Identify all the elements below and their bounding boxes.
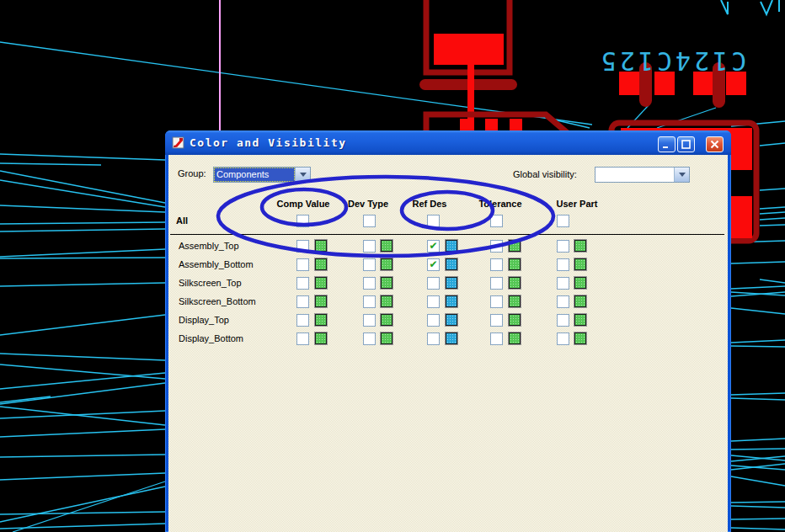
color-swatch-assembly-bottom-comp-value[interactable] [315,258,327,270]
color-swatch-display-bottom-user-part[interactable] [574,332,586,344]
minimize-button[interactable] [658,136,676,152]
group-combobox[interactable]: Components [213,167,311,183]
color-swatch-silkscreen-top-user-part[interactable] [574,277,586,289]
close-button[interactable] [706,136,724,152]
pcb-pad [485,119,498,130]
column-header-tolerance: Tolerance [478,199,521,209]
global-visibility-label: Global visibility: [513,169,577,179]
row-label-silkscreen-top: Silkscreen_Top [179,278,242,288]
visibility-checkbox-assembly-bottom-ref-des[interactable]: ✔ [427,258,440,271]
row-label-display-top: Display_Top [179,315,229,325]
group-label: Group: [178,168,206,178]
row-label-display-bottom: Display_Bottom [179,333,243,343]
color-swatch-assembly-top-ref-des[interactable] [446,240,457,252]
color-swatch-silkscreen-top-tolerance[interactable] [509,277,521,289]
visibility-checkbox-display-bottom-dev-type[interactable] [363,332,376,345]
color-swatch-assembly-bottom-ref-des[interactable] [446,258,457,270]
visibility-checkbox-display-bottom-tolerance[interactable] [490,332,503,345]
visibility-checkbox-display-top-ref-des[interactable] [427,314,440,327]
color-swatch-assembly-top-dev-type[interactable] [381,240,392,252]
group-combobox-value: Components [214,168,295,182]
visibility-checkbox-assembly-top-comp-value[interactable] [296,240,309,253]
visibility-checkbox-display-top-comp-value[interactable] [296,314,309,327]
header-separator-line [170,234,724,235]
color-swatch-silkscreen-bottom-ref-des[interactable] [446,295,457,307]
color-dialog-icon [172,136,185,150]
visibility-checkbox-assembly-top-tolerance[interactable] [490,240,503,253]
global-visibility-combobox-value [595,168,674,182]
visibility-checkbox-display-top-tolerance[interactable] [490,314,503,327]
global-visibility-combobox-arrow[interactable] [674,168,689,182]
color-swatch-assembly-bottom-user-part[interactable] [574,258,586,270]
color-swatch-display-bottom-dev-type[interactable] [381,332,392,344]
visibility-checkbox-silkscreen-top-ref-des[interactable] [427,277,440,290]
color-swatch-silkscreen-bottom-user-part[interactable] [574,295,586,307]
color-swatch-silkscreen-bottom-dev-type[interactable] [381,295,392,307]
checkmark-icon: ✔ [429,242,437,250]
color-swatch-assembly-top-user-part[interactable] [574,240,586,252]
color-swatch-display-top-user-part[interactable] [574,314,586,326]
all-checkbox-ref-des[interactable] [427,215,440,227]
maximize-button[interactable] [677,136,695,152]
all-checkbox-comp-value[interactable] [296,215,309,227]
visibility-checkbox-silkscreen-bottom-dev-type[interactable] [363,295,376,308]
visibility-checkbox-display-top-user-part[interactable] [557,314,569,327]
visibility-checkbox-silkscreen-bottom-tolerance[interactable] [490,295,503,308]
all-checkbox-user-part[interactable] [557,215,569,227]
close-icon [710,140,719,149]
color-swatch-display-bottom-comp-value[interactable] [315,332,327,344]
pcb-component-top-center [419,0,569,135]
visibility-checkbox-assembly-bottom-tolerance[interactable] [490,258,503,271]
color-swatch-display-top-tolerance[interactable] [509,314,521,326]
visibility-checkbox-assembly-bottom-user-part[interactable] [557,258,569,271]
visibility-checkbox-silkscreen-top-comp-value[interactable] [296,277,309,290]
visibility-checkbox-assembly-bottom-dev-type[interactable] [363,258,376,271]
dialog-title: Color and Visibility [190,136,347,149]
color-swatch-assembly-bottom-dev-type[interactable] [381,258,392,270]
visibility-checkbox-silkscreen-bottom-ref-des[interactable] [427,295,440,308]
column-header-ref-des: Ref Des [413,199,447,209]
row-label-assembly-bottom: Assembly_Bottom [179,259,254,269]
visibility-checkbox-display-bottom-ref-des[interactable] [427,332,440,345]
color-swatch-display-top-dev-type[interactable] [381,314,392,326]
color-swatch-silkscreen-top-dev-type[interactable] [381,277,392,289]
color-swatch-display-top-comp-value[interactable] [315,314,327,326]
column-header-user-part: User Part [557,199,598,209]
screen: { "window": { "title": "Color and Visibi… [0,0,785,532]
visibility-checkbox-assembly-bottom-comp-value[interactable] [296,258,309,271]
visibility-checkbox-display-bottom-comp-value[interactable] [296,332,309,345]
visibility-checkbox-display-bottom-user-part[interactable] [557,332,569,345]
color-swatch-assembly-top-comp-value[interactable] [315,240,327,252]
dialog-client-area: Group: Components Global visibility: Com… [168,155,728,532]
all-checkbox-tolerance[interactable] [490,215,503,227]
all-row-label: All [176,215,188,226]
pcb-pad [460,119,473,130]
color-swatch-display-bottom-ref-des[interactable] [446,332,457,344]
color-swatch-display-bottom-tolerance[interactable] [509,332,521,344]
visibility-checkbox-assembly-top-dev-type[interactable] [363,240,376,253]
color-swatch-assembly-bottom-tolerance[interactable] [509,258,521,270]
column-header-comp-value: Comp Value [277,199,330,209]
global-visibility-combobox[interactable] [595,167,690,183]
all-checkbox-dev-type[interactable] [363,215,376,227]
visibility-checkbox-assembly-top-user-part[interactable] [557,240,569,253]
visibility-checkbox-display-top-dev-type[interactable] [363,314,376,327]
dialog-titlebar[interactable]: Color and Visibility [165,130,731,155]
pcb-pad [510,119,522,130]
color-swatch-silkscreen-bottom-tolerance[interactable] [509,295,521,307]
color-swatch-display-top-ref-des[interactable] [446,314,457,326]
visibility-checkbox-silkscreen-top-tolerance[interactable] [490,277,503,290]
visibility-checkbox-silkscreen-bottom-comp-value[interactable] [296,295,309,308]
row-label-assembly-top: Assembly_Top [179,241,239,251]
visibility-checkbox-silkscreen-top-dev-type[interactable] [363,277,376,290]
color-swatch-assembly-top-tolerance[interactable] [509,240,521,252]
checkmark-icon: ✔ [429,260,437,269]
visibility-checkbox-assembly-top-ref-des[interactable]: ✔ [427,240,440,253]
group-combobox-arrow[interactable] [295,168,310,182]
visibility-checkbox-silkscreen-top-user-part[interactable] [557,277,569,290]
minimize-icon [662,140,671,149]
color-swatch-silkscreen-top-ref-des[interactable] [446,277,457,289]
color-swatch-silkscreen-bottom-comp-value[interactable] [315,295,327,307]
color-swatch-silkscreen-top-comp-value[interactable] [315,277,327,289]
visibility-checkbox-silkscreen-bottom-user-part[interactable] [557,295,569,308]
